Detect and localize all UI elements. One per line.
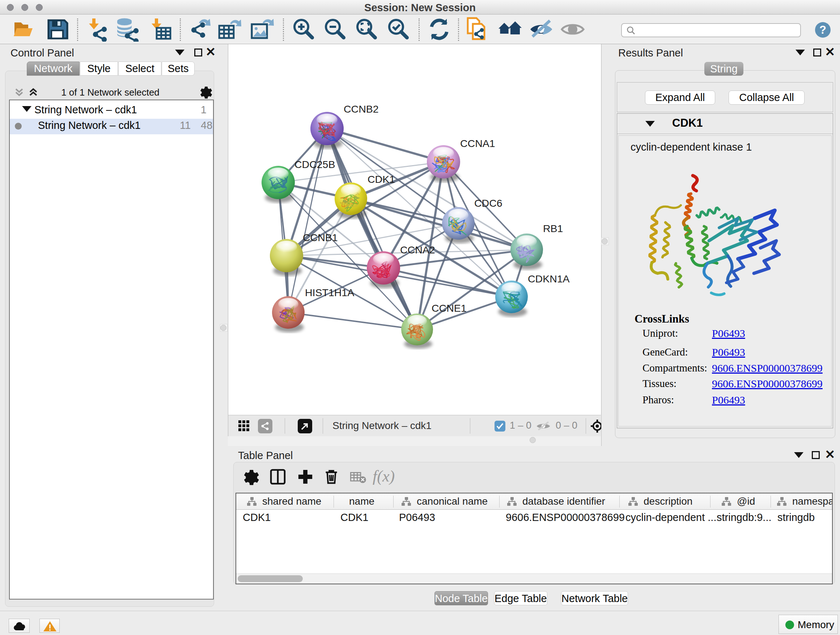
svg-text:CDC6: CDC6 [474,197,502,209]
svg-text:CCNB2: CCNB2 [344,103,379,115]
svg-text:CCNE1: CCNE1 [431,302,467,314]
svg-text:CDC25B: CDC25B [294,158,335,170]
svg-text:CDK1: CDK1 [368,173,395,185]
svg-text:CDKN1A: CDKN1A [528,273,570,285]
svg-text:CCNB1: CCNB1 [303,232,338,243]
svg-text:RB1: RB1 [543,223,563,234]
svg-text:HIST1H1A: HIST1H1A [305,287,354,298]
svg-text:CCNA2: CCNA2 [400,244,435,256]
svg-text:CCNA1: CCNA1 [460,138,495,149]
